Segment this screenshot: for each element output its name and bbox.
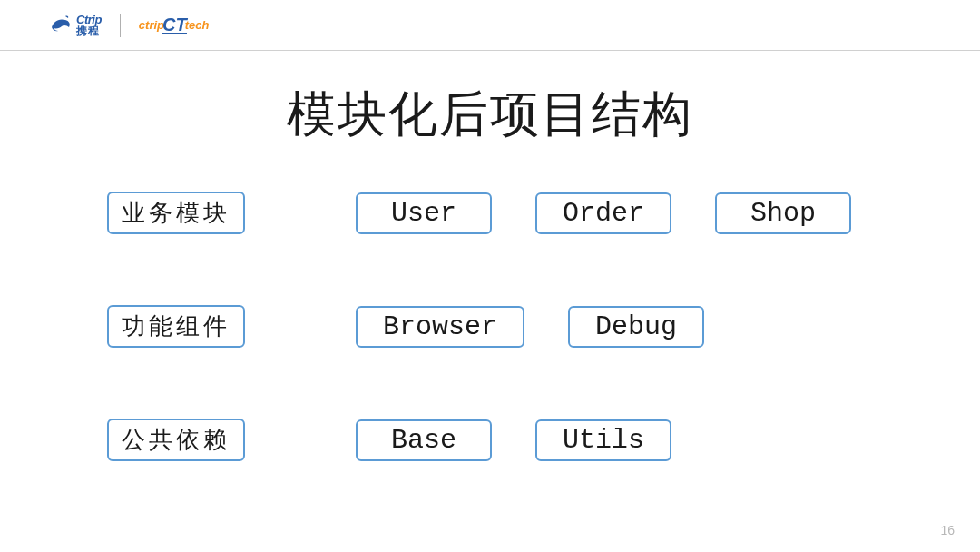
ctrip-logo: Ctrip 携程 [49,13,102,38]
page-title: 模块化后项目结构 [0,82,980,148]
ctrip-text-bottom: 携程 [76,25,102,36]
box-utils: Utils [535,419,671,461]
ctrip-text: Ctrip 携程 [76,14,102,36]
row-boxes-business: User Order Shop [356,192,851,234]
row-functional-components: 功能组件 Browser Debug [107,305,907,348]
tech-logo-right: tech [185,18,210,32]
tech-logo-left: ctrip [139,18,164,32]
diagram-content: 业务模块 User Order Shop 功能组件 Browser Debug … [0,192,980,461]
box-debug: Debug [568,306,704,348]
row-label-functional: 功能组件 [107,305,245,348]
row-business-modules: 业务模块 User Order Shop [107,192,907,234]
row-label-business: 业务模块 [107,192,245,234]
box-base: Base [356,419,492,461]
box-order: Order [535,192,671,234]
tech-logo: ctrip CT tech [139,16,210,34]
logo-separator [120,14,121,37]
box-browser: Browser [356,306,524,348]
box-shop: Shop [715,192,851,234]
logo-group: Ctrip 携程 ctrip CT tech [49,13,209,38]
page-number: 16 [940,523,955,537]
row-boxes-common: Base Utils [356,419,671,461]
row-common-dependencies: 公共依赖 Base Utils [107,419,907,461]
dolphin-icon [49,13,74,38]
header: Ctrip 携程 ctrip CT tech [0,0,980,51]
row-label-common: 公共依赖 [107,419,245,461]
box-user: User [356,192,492,234]
tech-logo-mid: CT [162,16,187,34]
row-boxes-functional: Browser Debug [356,306,704,348]
